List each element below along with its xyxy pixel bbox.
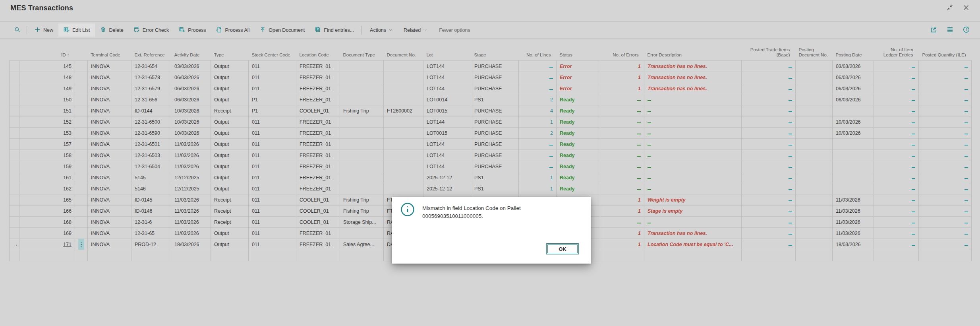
- cell-no_of_errors[interactable]: 1: [600, 194, 644, 206]
- cell-posted_trade_items[interactable]: [742, 172, 796, 183]
- cell-terminal_code[interactable]: INNOVA: [88, 194, 131, 206]
- cell-posting_date[interactable]: 11/03/2026: [833, 228, 874, 239]
- cell-posting_date[interactable]: 06/03/2026: [833, 83, 874, 94]
- cell-activity_date[interactable]: 10/03/2026: [171, 128, 211, 139]
- cell-activity_date[interactable]: 06/03/2026: [171, 94, 211, 105]
- column-header-no_of_errors[interactable]: No. of Errors: [600, 40, 644, 61]
- cell-no_of_errors[interactable]: [600, 116, 644, 128]
- cell-type[interactable]: Receipt: [211, 105, 249, 116]
- cell-stage[interactable]: PURCHASE: [471, 105, 519, 116]
- cell-error_description[interactable]: [644, 94, 742, 105]
- cell-no_of_ile[interactable]: [874, 83, 919, 94]
- cell-posted_trade_items[interactable]: [742, 217, 796, 228]
- cell-document_no[interactable]: [384, 150, 423, 161]
- cell-location_code[interactable]: FREEZER_01: [296, 128, 340, 139]
- cell-no_of_lines[interactable]: 4: [519, 105, 557, 116]
- cell-stock_center_code[interactable]: 011: [249, 217, 296, 228]
- cell-error_description[interactable]: [644, 172, 742, 183]
- cell-posted_trade_items[interactable]: [742, 150, 796, 161]
- cell-activity_date[interactable]: [171, 250, 211, 261]
- cell-activity_date[interactable]: 06/03/2026: [171, 72, 211, 83]
- cell-posted_qty_ile[interactable]: [919, 239, 972, 250]
- cell-activity_date[interactable]: 11/03/2026: [171, 217, 211, 228]
- cell-posting_document_no[interactable]: [796, 250, 833, 261]
- cell-menu[interactable]: [75, 116, 88, 128]
- cell-error_description[interactable]: [644, 217, 742, 228]
- cell-location_code[interactable]: FREEZER_01: [296, 116, 340, 128]
- cell-posting_document_no[interactable]: [796, 172, 833, 183]
- cell-no_of_lines[interactable]: 1: [519, 172, 557, 183]
- cell-document_no[interactable]: [384, 139, 423, 150]
- cell-error_description[interactable]: Transaction has no lines.: [644, 83, 742, 94]
- edit-list-button[interactable]: Edit List: [58, 23, 95, 37]
- cell-document_type[interactable]: [340, 128, 384, 139]
- cell-id[interactable]: 148: [19, 72, 75, 83]
- cell-lot[interactable]: LOT144: [423, 161, 471, 172]
- cell-location_code[interactable]: FREEZER_01: [296, 161, 340, 172]
- cell-ext_reference[interactable]: PROD-12: [131, 239, 171, 250]
- cell-sel[interactable]: [10, 128, 19, 139]
- related-menu[interactable]: Related: [398, 23, 433, 37]
- cell-menu[interactable]: ⋮: [75, 239, 88, 250]
- cell-no_of_ile[interactable]: [874, 116, 919, 128]
- cell-document_type[interactable]: [340, 139, 384, 150]
- cell-sel[interactable]: [10, 183, 19, 194]
- cell-stock_center_code[interactable]: 011: [249, 116, 296, 128]
- cell-terminal_code[interactable]: INNOVA: [88, 128, 131, 139]
- cell-no_of_errors[interactable]: 1: [600, 228, 644, 239]
- error-check-button[interactable]: Error Check: [129, 23, 174, 37]
- cell-terminal_code[interactable]: INNOVA: [88, 172, 131, 183]
- cell-stage[interactable]: PURCHASE: [471, 150, 519, 161]
- column-header-id[interactable]: ID ↑: [19, 40, 75, 61]
- cell-type[interactable]: Output: [211, 150, 249, 161]
- cell-ext_reference[interactable]: 5145: [131, 172, 171, 183]
- cell-stage[interactable]: PURCHASE: [471, 139, 519, 150]
- cell-location_code[interactable]: FREEZER_01: [296, 72, 340, 83]
- cell-no_of_errors[interactable]: [600, 161, 644, 172]
- cell-document_type[interactable]: Fishing Trip: [340, 206, 384, 217]
- cell-error_description[interactable]: [644, 183, 742, 194]
- cell-menu[interactable]: [75, 206, 88, 217]
- cell-stock_center_code[interactable]: 011: [249, 139, 296, 150]
- ok-button[interactable]: OK: [546, 243, 579, 254]
- cell-id[interactable]: 165: [19, 194, 75, 206]
- cell-lot[interactable]: LOT144: [423, 139, 471, 150]
- cell-posted_trade_items[interactable]: [742, 139, 796, 150]
- view-options-icon-button[interactable]: [947, 26, 953, 34]
- column-header-ext_reference[interactable]: Ext. Reference: [131, 40, 171, 61]
- cell-document_type[interactable]: [340, 72, 384, 83]
- cell-lot[interactable]: 2025-12-12: [423, 183, 471, 194]
- cell-document_no[interactable]: [384, 116, 423, 128]
- cell-no_of_ile[interactable]: [874, 161, 919, 172]
- cell-ext_reference[interactable]: 12-31-656: [131, 94, 171, 105]
- cell-error_description[interactable]: Stage is empty: [644, 206, 742, 217]
- cell-no_of_ile[interactable]: [874, 172, 919, 183]
- cell-posted_trade_items[interactable]: [742, 105, 796, 116]
- cell-posting_document_no[interactable]: [796, 83, 833, 94]
- cell-menu[interactable]: [75, 105, 88, 116]
- cell-type[interactable]: Output: [211, 94, 249, 105]
- cell-status[interactable]: Ready: [557, 128, 600, 139]
- cell-type[interactable]: Output: [211, 139, 249, 150]
- cell-ext_reference[interactable]: 12-31-6579: [131, 83, 171, 94]
- cell-posted_qty_ile[interactable]: [919, 172, 972, 183]
- column-header-posting_document_no[interactable]: Posting Document No.: [796, 40, 833, 61]
- cell-stock_center_code[interactable]: [249, 250, 296, 261]
- cell-posting_document_no[interactable]: [796, 228, 833, 239]
- cell-activity_date[interactable]: 10/03/2026: [171, 116, 211, 128]
- cell-posted_trade_items[interactable]: [742, 228, 796, 239]
- cell-no_of_errors[interactable]: [600, 217, 644, 228]
- cell-status[interactable]: Ready: [557, 150, 600, 161]
- cell-error_description[interactable]: Weight is empty: [644, 194, 742, 206]
- new-button[interactable]: New: [29, 23, 58, 37]
- column-header-document_type[interactable]: Document Type: [340, 40, 384, 61]
- cell-ext_reference[interactable]: 12-31-6500: [131, 116, 171, 128]
- cell-menu[interactable]: [75, 250, 88, 261]
- cell-type[interactable]: Output: [211, 128, 249, 139]
- cell-location_code[interactable]: FREEZER_01: [296, 239, 340, 250]
- cell-document_type[interactable]: [340, 150, 384, 161]
- cell-sel[interactable]: [10, 94, 19, 105]
- cell-posted_trade_items[interactable]: [742, 161, 796, 172]
- cell-ext_reference[interactable]: 12-31-6: [131, 217, 171, 228]
- cell-stage[interactable]: PS1: [471, 94, 519, 105]
